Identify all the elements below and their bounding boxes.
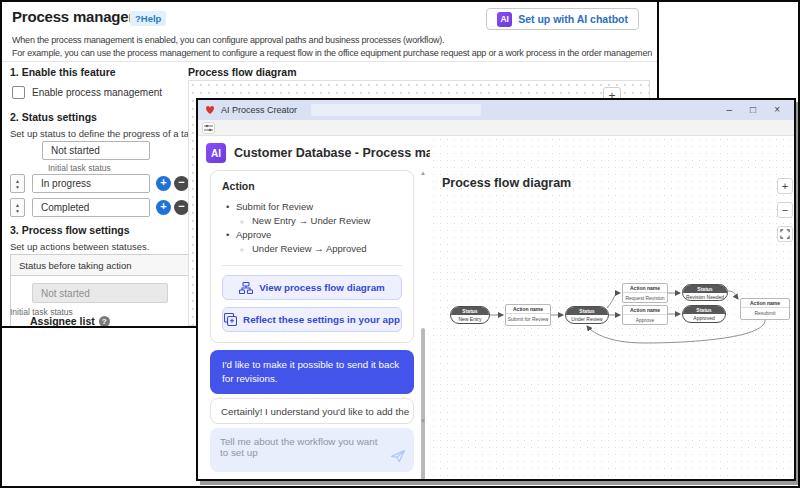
initial-status-input[interactable]: Not started	[42, 141, 150, 160]
divider	[2, 61, 657, 62]
node-header: Action name	[506, 305, 550, 314]
status-node-approved: Status Approved	[682, 305, 726, 323]
action-heading: Action	[222, 180, 402, 192]
app-logo-icon	[204, 105, 216, 115]
assignee-list-text: Assignee list	[30, 315, 95, 327]
flow-section-heading: 3. Process flow settings	[10, 224, 130, 236]
enable-process-management-checkbox[interactable]	[12, 86, 25, 99]
node-label: Revision Needed	[683, 293, 727, 301]
process-flow-diagram-pane[interactable]: Process flow diagram + −	[430, 136, 794, 481]
action-node-approve: Action name Approve	[622, 305, 668, 325]
diagram-heading: Process flow diagram	[442, 176, 571, 190]
node-header: Status	[683, 306, 725, 314]
scrollbar-thumb[interactable]	[421, 328, 425, 480]
close-icon[interactable]: ×	[774, 105, 780, 115]
status-row2-input[interactable]: Completed	[32, 198, 150, 217]
node-header: Status	[683, 285, 727, 293]
window-titlebar[interactable]: AI Process Creator – □ ×	[198, 100, 794, 120]
window-title: AI Process Creator	[221, 105, 297, 115]
status-node-new-entry: Status New Entry	[450, 306, 490, 324]
action-item: Approve	[222, 228, 402, 242]
assistant-message-card: Action Submit for Review New Entry → Und…	[210, 170, 414, 343]
status-row1-reorder-stepper[interactable]: ▲ ▼	[10, 174, 25, 193]
chat-input[interactable]	[210, 428, 414, 472]
window-toolbar	[198, 120, 794, 136]
stepper-down-icon: ▼	[15, 184, 20, 190]
stepper-down-icon: ▼	[15, 208, 20, 214]
node-header: Action name	[741, 299, 789, 308]
action-item: Submit for Review	[222, 200, 402, 214]
node-label: Approve	[623, 315, 667, 325]
node-label: Under Review	[566, 315, 608, 324]
ai-badge-icon: AI	[206, 143, 226, 163]
scroll-up-icon[interactable]: ▲	[419, 170, 427, 176]
node-header: Status	[451, 307, 489, 315]
status-row2-reorder-stepper[interactable]: ▲ ▼	[10, 198, 25, 217]
action-transition: Under Review → Approved	[222, 242, 402, 256]
scroll-down-icon[interactable]: ▼	[419, 418, 427, 424]
flow-table-header: Status before taking action	[10, 254, 198, 276]
add-status-button[interactable]: +	[156, 200, 171, 215]
add-status-button[interactable]: +	[156, 176, 171, 191]
remove-status-button[interactable]: −	[174, 176, 189, 191]
page-description-line2: For example, you can use the process man…	[12, 48, 652, 58]
initial-status-caption: Initial task status	[48, 163, 111, 173]
ai-badge-icon: AI	[497, 12, 512, 27]
chat-scrollbar[interactable]: ▲ ▼	[419, 170, 427, 424]
divider	[222, 265, 402, 266]
chat-input-box[interactable]	[210, 428, 414, 472]
flow-section-description: Set up actions between statuses.	[10, 241, 149, 252]
node-header: Action name	[623, 284, 667, 293]
action-transition: New Entry → Under Review	[222, 214, 402, 228]
user-message: I'd like to make it possible to send it …	[210, 350, 414, 394]
action-node-submit-for-review: Action name Submit for Review	[505, 304, 551, 326]
checkbox-label: Enable process management	[32, 87, 162, 98]
zoom-in-button[interactable]: +	[777, 178, 793, 194]
reflect-settings-button[interactable]: Reflect these settings in your app	[222, 307, 402, 332]
copy-plus-icon	[224, 313, 237, 326]
node-header: Action name	[623, 306, 667, 315]
flow-diagram-icon	[239, 282, 253, 294]
action-list: Submit for Review New Entry → Under Revi…	[222, 200, 402, 256]
maximize-icon[interactable]: □	[750, 105, 756, 115]
titlebar-highlight	[311, 104, 481, 116]
reflect-settings-label: Reflect these settings in your app	[243, 314, 400, 325]
screenshot-frame: Process management ?Help AI Set up with …	[0, 0, 800, 488]
zoom-out-button[interactable]: −	[777, 202, 793, 218]
action-node-resubmit: Action name Resubmit	[740, 298, 790, 320]
view-diagram-label: View process flow diagram	[259, 282, 385, 293]
node-label: Approved	[683, 314, 725, 323]
action-node-request-revision: Action name Request Revision	[622, 283, 668, 303]
node-label: Request Revision	[623, 293, 667, 303]
node-label: Resubmit	[741, 308, 789, 319]
node-header: Status	[566, 307, 608, 315]
assignee-help-icon[interactable]: ?	[99, 316, 110, 327]
status-section-heading: 2. Status settings	[10, 111, 97, 123]
minimize-icon[interactable]: –	[727, 105, 733, 115]
status-node-under-review: Status Under Review	[565, 306, 609, 324]
node-label: New Entry	[451, 315, 489, 324]
assignee-list-label: Assignee list ?	[30, 315, 110, 327]
page-description-line1: When the process management is enabled, …	[12, 35, 652, 45]
status-row1-input[interactable]: In progress	[32, 174, 150, 193]
flow-diagram-heading: Process flow diagram	[188, 66, 297, 78]
tune-icon[interactable]	[202, 122, 215, 134]
send-icon[interactable]	[390, 449, 406, 467]
fullscreen-button[interactable]	[777, 226, 793, 242]
fullscreen-icon	[780, 229, 790, 239]
status-section-description: Set up status to define the progress of …	[10, 128, 201, 139]
remove-status-button[interactable]: −	[174, 200, 189, 215]
setup-with-ai-chatbot-button[interactable]: AI Set up with AI chatbot	[486, 8, 639, 30]
node-label: Submit for Review	[506, 314, 550, 325]
status-before-action-input: Not started	[32, 283, 168, 303]
help-link[interactable]: ?Help	[130, 11, 166, 26]
status-node-revision-needed: Status Revision Needed	[682, 284, 728, 301]
ai-process-creator-window: AI Process Creator – □ × AI Customer Dat…	[196, 98, 796, 481]
sliders-icon	[204, 124, 213, 132]
enable-section-heading: 1. Enable this feature	[10, 66, 116, 78]
setup-button-label: Set up with AI chatbot	[518, 13, 628, 25]
view-process-flow-diagram-button[interactable]: View process flow diagram	[222, 275, 402, 300]
assistant-reply-card: Certainly! I understand you'd like to ad…	[210, 398, 414, 424]
